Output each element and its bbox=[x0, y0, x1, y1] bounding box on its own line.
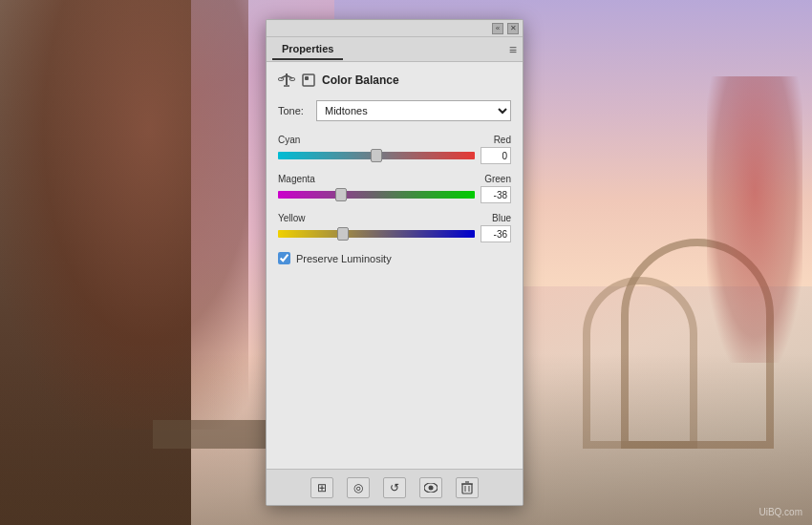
yellow-blue-slider-wrapper bbox=[278, 226, 475, 242]
cyan-red-labels: Cyan Red bbox=[278, 135, 511, 145]
visibility-icon bbox=[301, 73, 316, 88]
trash-icon bbox=[461, 481, 473, 494]
red-label: Red bbox=[494, 135, 511, 145]
panel-footer: ⊞ ◎ ↺ bbox=[267, 469, 523, 505]
magenta-label: Magenta bbox=[278, 174, 315, 184]
panel-title: Color Balance bbox=[322, 74, 399, 87]
green-label: Green bbox=[484, 174, 511, 184]
panel-tabs: Properties ≡ bbox=[267, 37, 523, 62]
tree-right bbox=[707, 76, 802, 363]
preserve-luminosity-row: Preserve Luminosity bbox=[278, 252, 511, 264]
magenta-green-slider-wrapper bbox=[278, 187, 475, 202]
magenta-green-section: Magenta Green -38 bbox=[278, 174, 511, 203]
panel-content: Color Balance Tone: Shadows Midtones Hig… bbox=[267, 62, 523, 469]
color-balance-icon bbox=[278, 72, 295, 89]
yellow-blue-section: Yellow Blue -36 bbox=[278, 213, 511, 242]
yellow-label: Yellow bbox=[278, 213, 306, 223]
cyan-label: Cyan bbox=[278, 135, 300, 145]
copy-layers-button[interactable]: ⊞ bbox=[310, 477, 333, 498]
watermark: UiBQ.com bbox=[759, 507, 802, 517]
yellow-blue-row: -36 bbox=[278, 225, 511, 242]
magenta-green-row: -38 bbox=[278, 186, 511, 203]
magenta-green-value[interactable]: -38 bbox=[481, 186, 511, 203]
svg-point-9 bbox=[429, 485, 434, 490]
reset-button[interactable]: ↺ bbox=[383, 477, 406, 498]
tone-label: Tone: bbox=[278, 105, 309, 116]
tab-properties[interactable]: Properties bbox=[272, 39, 343, 60]
balance-svg bbox=[278, 72, 295, 89]
blue-label: Blue bbox=[492, 213, 511, 223]
cyan-red-value[interactable]: 0 bbox=[481, 147, 511, 164]
eye-icon bbox=[424, 483, 438, 493]
yellow-blue-slider[interactable] bbox=[278, 230, 475, 238]
preserve-luminosity-label: Preserve Luminosity bbox=[296, 253, 392, 264]
cyan-red-section: Cyan Red 0 bbox=[278, 135, 511, 164]
panel-menu-icon[interactable]: ≡ bbox=[509, 42, 517, 57]
cyan-red-slider-wrapper bbox=[278, 148, 475, 163]
tone-row: Tone: Shadows Midtones Highlights bbox=[278, 100, 511, 121]
yellow-blue-labels: Yellow Blue bbox=[278, 213, 511, 223]
delete-button[interactable] bbox=[456, 477, 479, 498]
collapse-button[interactable]: « bbox=[492, 23, 503, 34]
preserve-luminosity-checkbox[interactable] bbox=[278, 252, 290, 264]
yellow-blue-value[interactable]: -36 bbox=[481, 225, 511, 242]
magenta-green-labels: Magenta Green bbox=[278, 174, 511, 184]
tone-select[interactable]: Shadows Midtones Highlights bbox=[316, 100, 511, 121]
clip-visibility-button[interactable]: ◎ bbox=[347, 477, 370, 498]
cyan-red-row: 0 bbox=[278, 147, 511, 164]
magenta-green-slider[interactable] bbox=[278, 191, 475, 199]
properties-panel: « ✕ Properties ≡ bbox=[266, 19, 524, 506]
panel-titlebar: « ✕ bbox=[267, 20, 523, 37]
panel-header: Color Balance bbox=[278, 72, 511, 89]
svg-point-4 bbox=[289, 78, 295, 81]
close-button[interactable]: ✕ bbox=[507, 23, 519, 34]
svg-rect-10 bbox=[462, 484, 472, 494]
svg-rect-6 bbox=[303, 74, 314, 86]
eye-button[interactable] bbox=[419, 477, 442, 498]
cyan-red-slider[interactable] bbox=[278, 152, 475, 159]
svg-point-3 bbox=[278, 78, 284, 81]
svg-rect-7 bbox=[305, 76, 309, 80]
